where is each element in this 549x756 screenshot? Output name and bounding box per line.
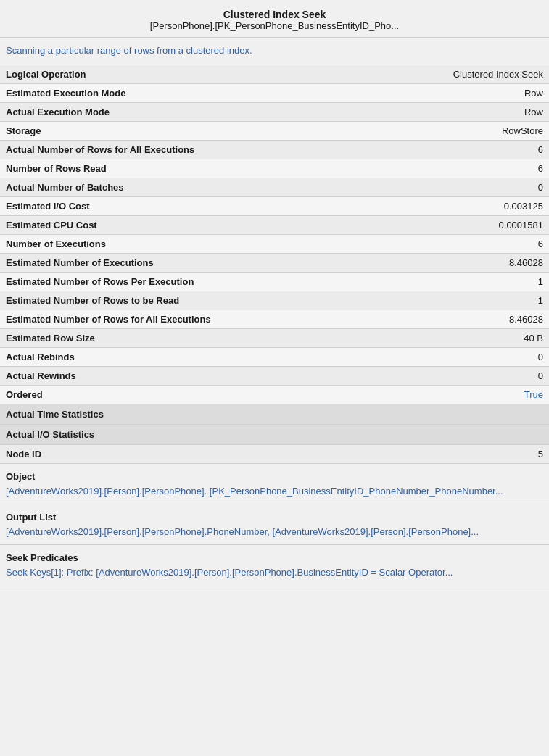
extra-section-value: Seek Keys[1]: Prefix: [AdventureWorks201… (6, 566, 543, 579)
row-value: 40 B (524, 333, 543, 344)
header-subtitle: [PersonPhone].[PK_PersonPhone_BusinessEn… (7, 20, 542, 31)
row-value: RowStore (502, 125, 543, 136)
row-label: Storage (6, 125, 41, 136)
table-row: StorageRowStore (0, 122, 549, 141)
row-value: True (524, 389, 543, 400)
row-label: Estimated Number of Rows for All Executi… (6, 314, 211, 325)
row-value: 0.0001581 (499, 220, 543, 230)
row-label: Actual Rewinds (6, 370, 76, 381)
row-value: Row (524, 88, 543, 99)
table-row: Estimated Number of Executions8.46028 (0, 254, 549, 273)
row-value: 8.46028 (509, 314, 543, 325)
extra-sections: Object[AdventureWorks2019].[Person].[Per… (0, 464, 549, 586)
main-container: Clustered Index Seek [PersonPhone].[PK_P… (0, 0, 549, 586)
properties-table: Logical OperationClustered Index SeekEst… (0, 65, 549, 464)
row-value: 6 (538, 144, 543, 155)
table-row: Actual Rebinds0 (0, 348, 549, 367)
header-title: Clustered Index Seek (7, 9, 542, 20)
table-row: Estimated I/O Cost0.003125 (0, 197, 549, 216)
section-header-row: Actual Time Statistics (0, 404, 549, 425)
row-label: Estimated CPU Cost (6, 220, 97, 230)
table-row: Actual Execution ModeRow (0, 103, 549, 122)
row-value: 5 (538, 449, 543, 460)
table-row: Logical OperationClustered Index Seek (0, 65, 549, 84)
row-value: 1 (538, 276, 543, 287)
row-value: 0.003125 (504, 201, 543, 212)
row-label: Estimated I/O Cost (6, 201, 90, 212)
row-value: 8.46028 (509, 257, 543, 268)
table-row: Estimated Execution ModeRow (0, 84, 549, 103)
table-row: Actual Number of Batches0 (0, 178, 549, 197)
row-value: 0 (538, 370, 543, 381)
table-row: Estimated Row Size40 B (0, 329, 549, 348)
row-label: Estimated Number of Rows to be Read (6, 295, 179, 306)
row-label: Estimated Number of Rows Per Execution (6, 276, 194, 287)
row-value: 0 (538, 182, 543, 193)
row-label: Actual Number of Rows for All Executions (6, 144, 194, 155)
table-row: Node ID5 (0, 445, 549, 464)
extra-section-title: Output List (6, 512, 543, 523)
table-row: Actual Number of Rows for All Executions… (0, 141, 549, 159)
table-row: Estimated Number of Rows to be Read1 (0, 291, 549, 310)
row-value: Clustered Index Seek (453, 69, 543, 80)
header-section: Clustered Index Seek [PersonPhone].[PK_P… (0, 0, 549, 38)
table-row: Estimated Number of Rows for All Executi… (0, 310, 549, 329)
table-row: OrderedTrue (0, 386, 549, 404)
section-header-row: Actual I/O Statistics (0, 425, 549, 445)
row-label: Estimated Execution Mode (6, 88, 125, 99)
row-value: 6 (538, 238, 543, 249)
extra-section-title: Object (6, 471, 543, 482)
row-value: Row (524, 107, 543, 117)
row-label: Actual Execution Mode (6, 107, 110, 117)
extra-section: Seek PredicatesSeek Keys[1]: Prefix: [Ad… (0, 545, 549, 586)
row-label: Actual Rebinds (6, 352, 75, 362)
row-label: Node ID (6, 449, 41, 460)
extra-section-title: Seek Predicates (6, 552, 543, 563)
row-label: Number of Executions (6, 238, 106, 249)
row-value: 1 (538, 295, 543, 306)
row-value: 0 (538, 352, 543, 362)
extra-section-value: [AdventureWorks2019].[Person].[PersonPho… (6, 485, 543, 498)
extra-section: Output List[AdventureWorks2019].[Person]… (0, 504, 549, 545)
table-row: Estimated CPU Cost0.0001581 (0, 216, 549, 235)
extra-section: Object[AdventureWorks2019].[Person].[Per… (0, 464, 549, 504)
row-value: 6 (538, 163, 543, 174)
section-header-label: Actual Time Statistics (6, 409, 104, 420)
section-header-label: Actual I/O Statistics (6, 429, 94, 440)
row-label: Estimated Number of Executions (6, 257, 154, 268)
row-label: Actual Number of Batches (6, 182, 124, 193)
description-text: Scanning a particular range of rows from… (0, 38, 549, 65)
row-label: Estimated Row Size (6, 333, 95, 344)
extra-section-value: [AdventureWorks2019].[Person].[PersonPho… (6, 526, 543, 539)
table-row: Actual Rewinds0 (0, 367, 549, 386)
table-row: Number of Rows Read6 (0, 159, 549, 178)
row-label: Number of Rows Read (6, 163, 107, 174)
table-row: Number of Executions6 (0, 235, 549, 254)
row-label: Logical Operation (6, 69, 86, 80)
row-label: Ordered (6, 389, 43, 400)
table-row: Estimated Number of Rows Per Execution1 (0, 273, 549, 291)
